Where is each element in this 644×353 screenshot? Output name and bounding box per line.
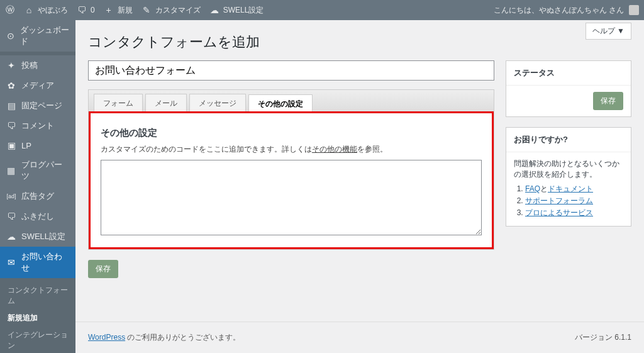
list-item: プロによるサービス [525, 208, 623, 218]
home-icon: ⌂ [24, 5, 34, 15]
sidebar-item-label: お問い合わせ [21, 251, 69, 274]
status-box: ステータス 保存 [506, 60, 631, 117]
sidebar-item-label: SWELL設定 [21, 231, 65, 242]
docs-link[interactable]: ドキュメント [548, 184, 593, 193]
footer-thanks: のご利用ありがとうございます。 [125, 333, 240, 342]
new-link[interactable]: +新規 [104, 5, 133, 16]
tab-additional[interactable]: その他の設定 [248, 94, 313, 113]
sidebar-submenu: コンタクトフォーム 新規追加 インテグレーション [0, 278, 75, 353]
sidebar-item-blogparts[interactable]: ▦ブログパーツ [0, 155, 75, 186]
help-box: お困りですか? 問題解決の助けとなるいくつかの選択肢を紹介します。 FAQとドキ… [506, 127, 631, 227]
customize-label: カスタマイズ [155, 5, 201, 16]
sidebar-item-label: コメント [21, 120, 54, 132]
help-desc: 問題解決の助けとなるいくつかの選択肢を紹介します。 [514, 159, 623, 180]
sidebar-item-label: ブログパーツ [21, 159, 69, 182]
settings-panel: フォーム メール メッセージ その他の設定 その他の設定 カスタマイズのためのコ… [88, 89, 494, 250]
swell-link[interactable]: ☁SWELL設定 [209, 5, 264, 16]
greeting-text: こんにちは、やぬさんぽんちゃん さん [494, 5, 624, 16]
page-icon: ▤ [6, 101, 16, 111]
sidebar-item-label: メディア [21, 80, 54, 91]
comments-link[interactable]: 🗨0 [77, 5, 95, 15]
mail-icon: ✉ [6, 257, 16, 267]
list-item: FAQとドキュメント [525, 184, 623, 194]
content-area: ヘルプ ▼ コンタクトフォームを追加 フォーム メール メッセージ その他の設定… [75, 20, 644, 353]
sidebar-item-fukidashi[interactable]: 🗨ふきだし [0, 206, 75, 227]
sidebar-item-adtag[interactable]: [ad]広告タグ [0, 186, 75, 206]
form-title-input[interactable] [88, 60, 494, 81]
help-tab[interactable]: ヘルプ ▼ [586, 23, 631, 40]
avatar[interactable] [629, 5, 639, 15]
wp-logo[interactable]: ⓦ [5, 5, 15, 15]
section-desc: カスタマイズのためのコードをここに追加できます。詳しくはその他の機能を参照。 [101, 144, 482, 155]
bubble-icon: 🗨 [6, 211, 16, 221]
comment-icon: 🗨 [77, 5, 87, 15]
comment-count: 0 [91, 6, 95, 14]
admin-toolbar: ⓦ ⌂やぼぶろ 🗨0 +新規 ✎カスタマイズ ☁SWELL設定 こんにちは、やぬ… [0, 0, 644, 20]
sidebar-sub-addnew[interactable]: 新規追加 [0, 310, 75, 327]
wordpress-link[interactable]: WordPress [88, 333, 125, 342]
sidebar-item-swell[interactable]: ☁SWELL設定 [0, 227, 75, 247]
pro-link[interactable]: プロによるサービス [525, 208, 593, 217]
sidebar-item-pages[interactable]: ▤固定ページ [0, 96, 75, 116]
admin-sidebar: ⊙ダッシュボード ✦投稿 ✿メディア ▤固定ページ 🗨コメント ▣LP ▦ブログ… [0, 20, 75, 353]
swell-icon: ☁ [209, 5, 219, 15]
customize-link[interactable]: ✎カスタマイズ [142, 5, 201, 16]
sidebar-item-lp[interactable]: ▣LP [0, 136, 75, 155]
sidebar-item-contact[interactable]: ✉お問い合わせ [0, 247, 75, 278]
tab-mail[interactable]: メール [145, 94, 187, 113]
sidebar-item-label: ダッシュボード [20, 25, 69, 47]
swell-label: SWELL設定 [223, 5, 264, 16]
version-text: バージョン 6.1.1 [575, 332, 631, 343]
save-button-side[interactable]: 保存 [593, 92, 623, 110]
sidebar-item-label: 広告タグ [21, 191, 54, 202]
plus-icon: + [104, 5, 114, 15]
sidebar-sub-contactforms[interactable]: コンタクトフォーム [0, 282, 75, 310]
faq-link[interactable]: FAQ [525, 184, 540, 193]
media-icon: ✿ [6, 81, 16, 91]
tabs-row: フォーム メール メッセージ その他の設定 [89, 90, 494, 113]
sidebar-item-label: ふきだし [21, 211, 54, 222]
additional-doc-link[interactable]: その他の機能 [312, 145, 357, 154]
sidebar-item-label: 固定ページ [21, 100, 62, 111]
sidebar-item-media[interactable]: ✿メディア [0, 76, 75, 96]
status-heading: ステータス [506, 61, 631, 86]
swell-icon: ☁ [6, 232, 16, 242]
pin-icon: ✦ [6, 60, 16, 70]
ad-icon: [ad] [6, 191, 16, 201]
tab-messages[interactable]: メッセージ [189, 94, 246, 113]
tab-form[interactable]: フォーム [94, 94, 143, 113]
lp-icon: ▣ [6, 140, 16, 150]
sidebar-item-comments[interactable]: 🗨コメント [0, 116, 75, 136]
page-title: コンタクトフォームを追加 [88, 33, 631, 52]
new-label: 新規 [118, 5, 133, 16]
dashboard-icon: ⊙ [6, 31, 15, 41]
brush-icon: ✎ [142, 5, 152, 15]
save-button[interactable]: 保存 [88, 260, 118, 278]
sidebar-sub-integration[interactable]: インテグレーション [0, 327, 75, 353]
sidebar-item-label: LP [21, 141, 31, 150]
site-name: やぼぶろ [38, 5, 68, 16]
wordpress-icon: ⓦ [5, 5, 15, 15]
list-item: サポートフォーラム [525, 196, 623, 206]
footer: WordPress のご利用ありがとうございます。 バージョン 6.1.1 [75, 322, 644, 353]
sidebar-item-posts[interactable]: ✦投稿 [0, 55, 75, 76]
sidebar-item-dashboard[interactable]: ⊙ダッシュボード [0, 20, 75, 52]
grid-icon: ▦ [6, 165, 16, 176]
help-heading: お困りですか? [506, 128, 631, 152]
site-link[interactable]: ⌂やぼぶろ [24, 5, 68, 16]
additional-settings-textarea[interactable] [101, 160, 482, 235]
section-title: その他の設定 [101, 127, 482, 139]
sidebar-item-label: 投稿 [21, 60, 38, 71]
forum-link[interactable]: サポートフォーラム [525, 196, 593, 205]
comment-icon: 🗨 [6, 121, 16, 131]
